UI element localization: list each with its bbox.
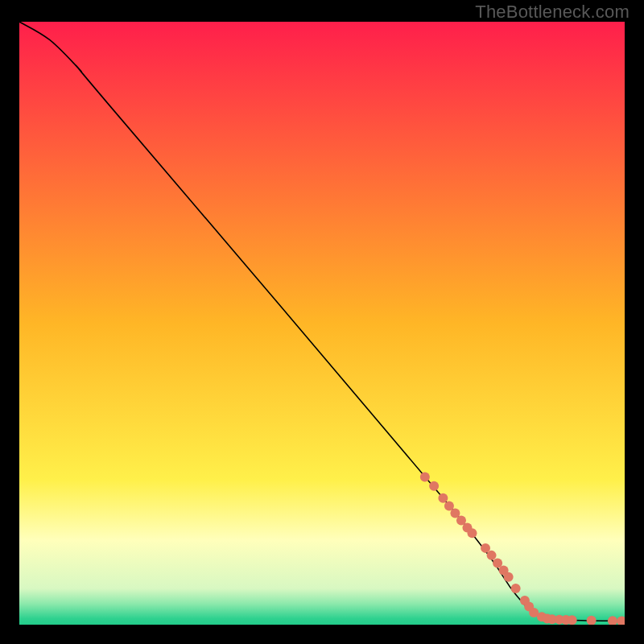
data-marker: [468, 528, 477, 538]
plot-area: [19, 22, 625, 625]
attribution-label: TheBottleneck.com: [475, 2, 630, 23]
data-marker: [429, 481, 439, 491]
data-marker: [487, 551, 497, 560]
data-marker: [504, 572, 514, 582]
chart-frame: TheBottleneck.com: [0, 0, 644, 644]
chart-svg: [19, 22, 625, 625]
data-marker: [438, 493, 448, 503]
gradient-background: [19, 22, 625, 625]
data-marker: [420, 473, 430, 482]
data-marker: [511, 584, 521, 593]
data-marker: [568, 615, 577, 625]
